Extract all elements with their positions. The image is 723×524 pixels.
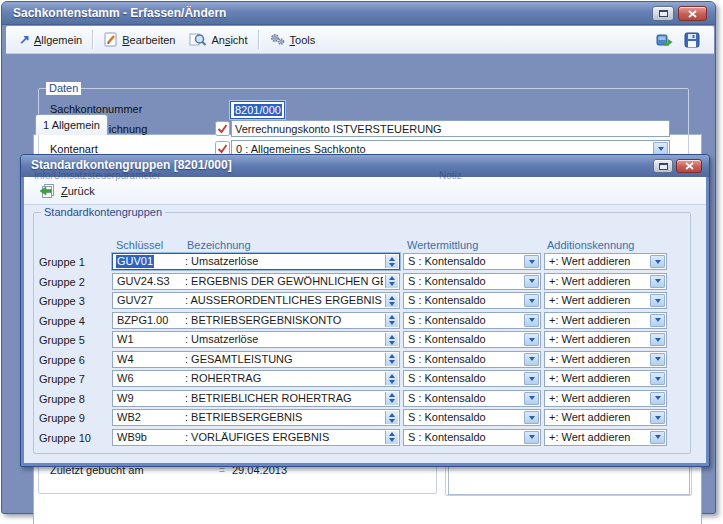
- additionskennung-select[interactable]: +: Wert addieren: [544, 292, 667, 309]
- additionskennung-select[interactable]: +: Wert addieren: [544, 273, 667, 290]
- dialog-titlebar[interactable]: Standardkontengruppen [8201/000]: [21, 155, 709, 177]
- spinner-down-icon[interactable]: [389, 438, 395, 442]
- additionskennung-select[interactable]: +: Wert addieren: [544, 351, 667, 368]
- spinner-down-icon[interactable]: [389, 282, 395, 286]
- spinner-down-icon[interactable]: [389, 341, 395, 345]
- chevron-down-icon[interactable]: [524, 275, 539, 288]
- schluessel-value: WB9b: [116, 431, 148, 444]
- wertermittlung-select[interactable]: S : Kontensaldo: [403, 331, 541, 348]
- chevron-down-icon[interactable]: [524, 333, 539, 346]
- chevron-down-icon[interactable]: [524, 392, 539, 405]
- schluessel-bezeichnung-field[interactable]: GUV01 : Umsatzerlöse: [112, 253, 400, 270]
- spinner-control[interactable]: [385, 353, 398, 366]
- additionskennung-select[interactable]: +: Wert addieren: [544, 429, 667, 446]
- schluessel-bezeichnung-field[interactable]: W1 : Umsatzerlöse: [112, 331, 400, 348]
- wertermittlung-select[interactable]: S : Kontensaldo: [403, 390, 541, 407]
- spinner-up-icon[interactable]: [389, 276, 395, 280]
- chevron-down-icon[interactable]: [524, 372, 539, 385]
- chevron-down-icon[interactable]: [650, 294, 665, 307]
- spinner-down-icon[interactable]: [389, 321, 395, 325]
- spinner-up-icon[interactable]: [389, 354, 395, 358]
- chevron-down-icon[interactable]: [524, 431, 539, 444]
- spinner-up-icon[interactable]: [389, 257, 395, 261]
- toolbar-item-tools[interactable]: Tools: [262, 30, 323, 49]
- main-titlebar[interactable]: Sachkontenstamm - Erfassen/Ändern: [2, 2, 715, 25]
- wertermittlung-select[interactable]: S : Kontensaldo: [403, 429, 541, 446]
- spinner-up-icon[interactable]: [389, 315, 395, 319]
- export-icon[interactable]: [656, 32, 673, 48]
- schluessel-bezeichnung-field[interactable]: BZPG1.00 : BETRIEBSERGEBNISKONTO: [112, 312, 400, 329]
- spinner-up-icon[interactable]: [389, 296, 395, 300]
- additionskennung-select[interactable]: +: Wert addieren: [544, 409, 667, 426]
- spinner-control[interactable]: [385, 275, 398, 288]
- toolbar-item-allgemein[interactable]: ↗ Allgemein: [12, 31, 89, 48]
- chevron-down-icon[interactable]: [650, 431, 665, 444]
- spinner-control[interactable]: [385, 333, 398, 346]
- wertermittlung-select[interactable]: S : Kontensaldo: [403, 312, 541, 329]
- spinner-up-icon[interactable]: [389, 374, 395, 378]
- save-icon[interactable]: [684, 32, 700, 48]
- wertermittlung-select[interactable]: S : Kontensaldo: [403, 409, 541, 426]
- spinner-control[interactable]: [385, 372, 398, 385]
- spinner-control[interactable]: [385, 294, 398, 307]
- spinner-up-icon[interactable]: [389, 432, 395, 436]
- spinner-down-icon[interactable]: [389, 419, 395, 423]
- chevron-down-icon[interactable]: [650, 392, 665, 405]
- zurueck-button[interactable]: Zurück: [33, 181, 101, 200]
- chevron-down-icon[interactable]: [650, 411, 665, 424]
- chevron-down-icon[interactable]: [650, 275, 665, 288]
- chevron-down-icon[interactable]: [524, 314, 539, 327]
- schluessel-bezeichnung-field[interactable]: WB9b : VORLÄUFIGES ERGEBNIS: [112, 429, 400, 446]
- spinner-control[interactable]: [385, 431, 398, 444]
- dialog-close-button[interactable]: [676, 159, 702, 173]
- spinner-control[interactable]: [385, 411, 398, 424]
- schluessel-bezeichnung-field[interactable]: GUV27 : AUSSERORDENTLICHES ERGEBNIS: [112, 292, 400, 309]
- additionskennung-select[interactable]: +: Wert addieren: [544, 331, 667, 348]
- spinner-down-icon[interactable]: [389, 263, 395, 267]
- kontenbezeichnung-input[interactable]: Verrechnungskonto ISTVERSTEUERUNG: [231, 120, 670, 137]
- chevron-down-icon[interactable]: [650, 314, 665, 327]
- spinner-control[interactable]: [385, 314, 398, 327]
- spinner-control[interactable]: [385, 392, 398, 405]
- wertermittlung-select[interactable]: S : Kontensaldo: [403, 292, 541, 309]
- tab-allgemein[interactable]: 1 Allgemein: [35, 114, 108, 135]
- table-row: Gruppe 7 W6 : ROHERTRAG S : Kontensaldo …: [24, 370, 706, 390]
- dialog-restore-button[interactable]: [653, 159, 673, 173]
- kontenbezeichnung-check-button[interactable]: [215, 121, 230, 136]
- schluessel-bezeichnung-field[interactable]: W6 : ROHERTRAG: [112, 370, 400, 387]
- wertermittlung-select[interactable]: S : Kontensaldo: [403, 351, 541, 368]
- additionskennung-select[interactable]: +: Wert addieren: [544, 253, 667, 270]
- chevron-down-icon[interactable]: [524, 255, 539, 268]
- schluessel-value: GUV24.S3: [116, 275, 171, 288]
- schluessel-bezeichnung-field[interactable]: GUV24.S3 : ERGEBNIS DER GEWÖHNLICHEN GES: [112, 273, 400, 290]
- schluessel-bezeichnung-field[interactable]: WB2 : BETRIEBSERGEBNIS: [112, 409, 400, 426]
- spinner-up-icon[interactable]: [389, 413, 395, 417]
- toolbar-item-ansicht[interactable]: Ansicht: [182, 30, 254, 49]
- additionskennung-select[interactable]: +: Wert addieren: [544, 312, 667, 329]
- chevron-down-icon[interactable]: [650, 255, 665, 268]
- spinner-down-icon[interactable]: [389, 302, 395, 306]
- spinner-down-icon[interactable]: [389, 380, 395, 384]
- chevron-down-icon[interactable]: [524, 294, 539, 307]
- sachkontonummer-input[interactable]: 8201/000: [230, 101, 285, 119]
- chevron-down-icon[interactable]: [650, 353, 665, 366]
- spinner-down-icon[interactable]: [389, 399, 395, 403]
- chevron-down-icon[interactable]: [650, 333, 665, 346]
- chevron-down-icon[interactable]: [524, 353, 539, 366]
- chevron-down-icon[interactable]: [524, 411, 539, 424]
- spinner-down-icon[interactable]: [389, 360, 395, 364]
- spinner-control[interactable]: [385, 255, 398, 268]
- spinner-up-icon[interactable]: [389, 393, 395, 397]
- additionskennung-select[interactable]: +: Wert addieren: [544, 390, 667, 407]
- restore-button[interactable]: [652, 6, 674, 21]
- schluessel-bezeichnung-field[interactable]: W9 : BETRIEBLICHER ROHERTRAG: [112, 390, 400, 407]
- toolbar-item-bearbeiten[interactable]: Bearbeiten: [96, 30, 182, 50]
- schluessel-bezeichnung-field[interactable]: W4 : GESAMTLEISTUNG: [112, 351, 400, 368]
- chevron-down-icon[interactable]: [650, 372, 665, 385]
- wertermittlung-select[interactable]: S : Kontensaldo: [403, 253, 541, 270]
- wertermittlung-select[interactable]: S : Kontensaldo: [403, 273, 541, 290]
- close-button[interactable]: [678, 6, 707, 21]
- additionskennung-select[interactable]: +: Wert addieren: [544, 370, 667, 387]
- wertermittlung-select[interactable]: S : Kontensaldo: [403, 370, 541, 387]
- spinner-up-icon[interactable]: [389, 335, 395, 339]
